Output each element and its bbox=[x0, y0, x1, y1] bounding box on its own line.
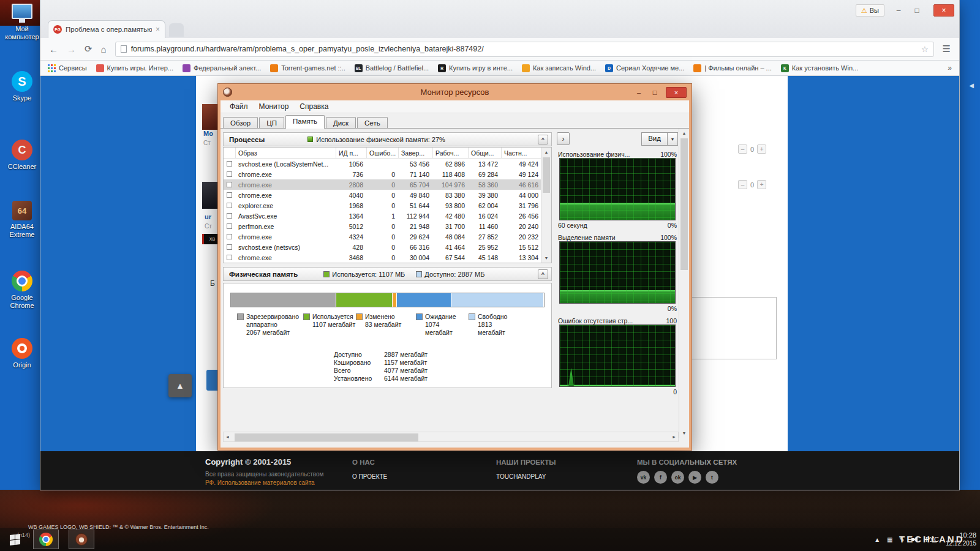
rating-plus-button[interactable]: + bbox=[757, 180, 766, 189]
odnoklassniki-icon[interactable]: ok bbox=[671, 471, 684, 484]
row-checkbox[interactable] bbox=[227, 255, 232, 260]
processes-section-header[interactable]: Процессы Использование физической памяти… bbox=[223, 132, 552, 146]
physical-memory-section-header[interactable]: Физическая память Используется: 1107 МБ … bbox=[223, 267, 552, 281]
rm-title-bar[interactable]: Монитор ресурсов – □ × bbox=[218, 84, 692, 100]
footer-about-link[interactable]: О ПРОЕКТЕ bbox=[352, 473, 387, 480]
footer-projects-link[interactable]: TOUCHANDPLAY bbox=[496, 473, 546, 480]
window-vertical-scrollbar[interactable]: ▲ ▼ bbox=[679, 129, 689, 438]
refresh-icon[interactable]: ⟳ bbox=[85, 43, 92, 54]
table-row[interactable]: chrome.exe4324029 62448 08427 85220 232 bbox=[224, 231, 542, 242]
browser-close-button[interactable]: × bbox=[933, 4, 954, 17]
browser-maximize-button[interactable]: □ bbox=[909, 4, 925, 17]
row-checkbox[interactable] bbox=[227, 244, 232, 250]
scrollbar-thumb[interactable] bbox=[543, 157, 550, 193]
twitter-icon[interactable]: t bbox=[706, 471, 718, 484]
chevron-down-icon[interactable]: ▼ bbox=[668, 132, 678, 146]
row-checkbox[interactable] bbox=[227, 203, 232, 208]
desktop-icon-google-chrome[interactable]: Google Chrome bbox=[2, 271, 42, 309]
table-row[interactable]: svchost.exe (netsvcs)428066 31641 46425 … bbox=[224, 242, 542, 252]
scrollbar-thumb[interactable] bbox=[680, 138, 688, 270]
rm-menu-monitor[interactable]: Монитор bbox=[254, 101, 295, 112]
desktop-icon-my-computer[interactable]: Мой компьютер bbox=[2, 4, 42, 40]
rm-tab-network[interactable]: Сеть bbox=[357, 117, 388, 129]
table-row[interactable]: chrome.exe3468030 00467 54445 14813 304 bbox=[224, 252, 542, 263]
view-dropdown[interactable]: Вид ▼ bbox=[641, 132, 678, 146]
table-row[interactable]: chrome.exe736071 140118 40869 28449 124 bbox=[224, 169, 542, 179]
bookmark-item[interactable]: Купить игры. Интер... bbox=[96, 64, 173, 72]
post-avatar[interactable] bbox=[202, 104, 219, 130]
rm-menu-file[interactable]: Файл bbox=[224, 101, 254, 112]
action-center-icon[interactable]: ▦ bbox=[887, 536, 892, 543]
bookmark-item[interactable]: Как записать Wind... bbox=[522, 64, 596, 72]
table-row[interactable]: perfmon.exe5012021 94831 70011 46020 240 bbox=[224, 221, 542, 231]
scroll-down-icon[interactable]: ▼ bbox=[679, 429, 689, 438]
rm-tab-memory[interactable]: Память bbox=[285, 115, 325, 129]
taskbar-chrome-button[interactable] bbox=[33, 530, 59, 549]
scroll-up-icon[interactable]: ▲ bbox=[541, 148, 551, 157]
bookmark-item[interactable]: RКупить игру в инте... bbox=[438, 64, 513, 72]
scroll-up-icon[interactable]: ▲ bbox=[679, 129, 689, 138]
scroll-right-icon[interactable]: ► bbox=[672, 435, 676, 439]
collapse-chevron-icon[interactable]: ^ bbox=[538, 135, 548, 144]
expand-panel-icon[interactable]: › bbox=[557, 132, 570, 145]
back-icon[interactable]: ← bbox=[49, 44, 58, 54]
row-checkbox[interactable] bbox=[227, 223, 232, 229]
bookmark-apps[interactable]: Сервисы bbox=[48, 64, 87, 72]
rating-plus-button[interactable]: + bbox=[757, 144, 766, 154]
table-row[interactable]: explorer.exe1968051 64493 80062 00431 79… bbox=[224, 200, 542, 211]
browser-tab[interactable]: PG Проблема с опер.памятью × bbox=[48, 20, 165, 38]
youtube-icon[interactable]: ▶ bbox=[688, 471, 701, 484]
home-icon[interactable]: ⌂ bbox=[101, 44, 107, 54]
start-button[interactable] bbox=[0, 528, 29, 551]
scroll-down-icon[interactable]: ▼ bbox=[541, 253, 551, 263]
scrollbar-thumb[interactable] bbox=[235, 433, 418, 441]
post-username-link[interactable]: ur bbox=[205, 213, 211, 220]
rm-tab-cpu[interactable]: ЦП bbox=[259, 117, 284, 129]
desktop-icon-ccleaner[interactable]: C CCleaner bbox=[2, 140, 42, 171]
collapse-chevron-icon[interactable]: ^ bbox=[538, 269, 548, 279]
row-checkbox[interactable] bbox=[227, 213, 232, 219]
rm-tab-overview[interactable]: Обзор bbox=[223, 117, 258, 129]
rating-minus-button[interactable]: – bbox=[738, 144, 747, 154]
bookmark-star-icon[interactable]: ☆ bbox=[921, 45, 929, 54]
post-username-link[interactable]: Мо bbox=[203, 130, 213, 137]
bookmark-item[interactable]: KКак установить Win... bbox=[781, 64, 858, 72]
hidden-icons-chevron-icon[interactable]: ▲ bbox=[874, 536, 880, 543]
bookmark-item[interactable]: BLBattlelog / Battlefiel... bbox=[355, 64, 429, 72]
rm-minimize-button[interactable]: – bbox=[631, 87, 646, 97]
table-row[interactable]: chrome.exe4040049 84083 38039 38044 000 bbox=[224, 190, 542, 200]
window-horizontal-scrollbar[interactable]: ◄ ► bbox=[223, 432, 679, 442]
bookmark-item[interactable]: DСериал Ходячие ме... bbox=[605, 64, 684, 72]
address-bar[interactable]: forums.playground.ru/hardware/ram/proble… bbox=[115, 42, 934, 57]
row-checkbox[interactable] bbox=[227, 161, 232, 167]
desktop-icon-skype[interactable]: S Skype bbox=[2, 71, 42, 102]
rm-maximize-button[interactable]: □ bbox=[647, 87, 662, 97]
process-table-header[interactable]: Образ ИД п... Ошибо... Завер... Рабоч...… bbox=[224, 148, 542, 159]
bookmark-item[interactable]: Федеральный элект... bbox=[183, 64, 261, 72]
profile-badge[interactable]: ⚠ Вы bbox=[856, 4, 884, 17]
taskbar-resource-monitor-button[interactable] bbox=[69, 530, 94, 549]
browser-minimize-button[interactable]: – bbox=[891, 4, 907, 17]
footer-legal-line2[interactable]: РФ. Использование материалов сайта bbox=[205, 479, 315, 486]
bookmark-item[interactable]: Torrent-games.net ::.. bbox=[270, 64, 345, 72]
table-row[interactable]: AvastSvc.exe13641112 94442 48016 02426 4… bbox=[224, 211, 542, 221]
tab-close-icon[interactable]: × bbox=[156, 25, 160, 34]
bookmark-item[interactable]: | Фильмы онлайн – ... bbox=[693, 64, 771, 72]
post-avatar[interactable] bbox=[202, 182, 219, 209]
desktop-icon-aida64[interactable]: 64 AIDA64 Extreme bbox=[2, 201, 42, 238]
table-row-selected[interactable]: chrome.exe2808065 704104 97658 36046 616 bbox=[224, 179, 542, 190]
vk-icon[interactable]: vk bbox=[637, 471, 650, 484]
table-scrollbar[interactable]: ▲ ▼ bbox=[541, 148, 551, 263]
rm-close-button[interactable]: × bbox=[666, 87, 687, 98]
menu-icon[interactable]: ☰ bbox=[943, 43, 951, 54]
table-row[interactable]: svchost.exe (LocalSystemNet...105653 456… bbox=[224, 159, 542, 169]
side-panel-arrow-icon[interactable]: ◀ bbox=[969, 82, 974, 89]
row-checkbox[interactable] bbox=[227, 192, 232, 198]
scroll-left-icon[interactable]: ◄ bbox=[225, 435, 230, 439]
rating-minus-button[interactable]: – bbox=[738, 180, 747, 189]
row-checkbox[interactable] bbox=[227, 182, 232, 187]
rm-menu-help[interactable]: Справка bbox=[294, 101, 334, 112]
forward-icon[interactable]: → bbox=[67, 44, 76, 54]
row-checkbox[interactable] bbox=[227, 171, 232, 177]
scroll-to-top-button[interactable]: ▲ bbox=[168, 374, 192, 397]
